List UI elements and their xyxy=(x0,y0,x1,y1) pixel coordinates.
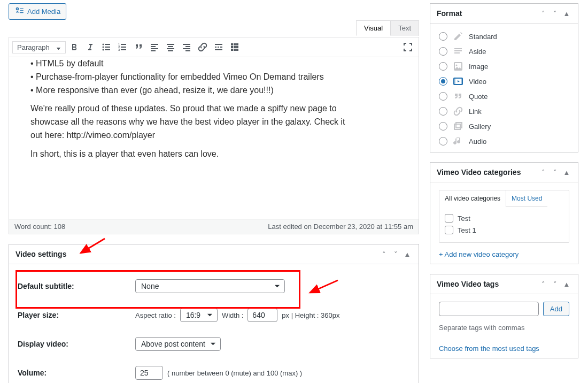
media-icon xyxy=(14,6,24,17)
bullet-list-button[interactable] xyxy=(99,40,114,55)
choose-tags-link[interactable]: Choose from the most used tags xyxy=(439,344,539,353)
svg-point-3 xyxy=(103,47,104,48)
format-option-gallery[interactable]: Gallery xyxy=(439,121,569,132)
panel-move-up-icon[interactable]: ˄ xyxy=(538,280,548,288)
svg-rect-22 xyxy=(183,44,190,45)
display-video-select[interactable]: Above post content xyxy=(135,337,221,351)
format-option-audio[interactable]: Audio xyxy=(439,136,569,147)
panel-move-up-icon[interactable]: ˄ xyxy=(379,250,389,258)
svg-rect-17 xyxy=(151,50,156,51)
svg-point-46 xyxy=(456,65,458,66)
radio-quote[interactable] xyxy=(439,92,447,101)
svg-rect-26 xyxy=(215,44,222,45)
category-item[interactable]: Test 1 xyxy=(445,224,563,236)
audio-icon xyxy=(453,136,463,147)
paragraph-select[interactable]: Paragraph xyxy=(12,41,66,53)
panel-move-up-icon[interactable]: ˄ xyxy=(538,168,548,177)
last-edited: Last edited on December 23, 2020 at 11:5… xyxy=(268,223,413,231)
panel-move-down-icon[interactable]: ˅ xyxy=(391,250,400,258)
category-checkbox[interactable] xyxy=(445,226,453,234)
panel-move-up-icon[interactable]: ˄ xyxy=(538,10,548,18)
tab-text[interactable]: Text xyxy=(390,20,419,36)
svg-rect-51 xyxy=(456,122,462,128)
svg-rect-23 xyxy=(185,46,190,47)
width-input[interactable] xyxy=(247,308,277,322)
category-item[interactable]: Test xyxy=(445,212,563,224)
height-text: px | Height : 360px xyxy=(282,311,339,319)
svg-rect-29 xyxy=(218,47,219,48)
editor-body[interactable]: • HTML5 by default • Purchase-from-playe… xyxy=(9,57,419,219)
svg-rect-11 xyxy=(121,44,126,45)
panel-collapse-icon[interactable]: ▲ xyxy=(562,168,571,177)
align-right-button[interactable] xyxy=(179,40,194,55)
svg-rect-36 xyxy=(236,46,238,48)
svg-rect-12 xyxy=(121,47,126,48)
tab-most-used[interactable]: Most Used xyxy=(506,190,547,207)
panel-move-down-icon[interactable]: ˅ xyxy=(550,10,560,18)
svg-rect-6 xyxy=(105,47,110,48)
radio-standard[interactable] xyxy=(439,32,447,41)
word-count: Word count: 108 xyxy=(14,223,65,231)
panel-collapse-icon[interactable]: ▲ xyxy=(562,280,571,288)
format-label: Video xyxy=(469,78,486,86)
svg-rect-43 xyxy=(454,50,462,51)
category-label: Test xyxy=(458,215,470,223)
link-icon xyxy=(453,106,463,117)
svg-rect-48 xyxy=(454,78,455,85)
radio-link[interactable] xyxy=(439,107,447,116)
radio-audio[interactable] xyxy=(439,137,447,145)
tab-visual[interactable]: Visual xyxy=(356,20,391,36)
format-label: Audio xyxy=(469,137,486,145)
tags-input[interactable] xyxy=(439,302,539,316)
add-tag-button[interactable]: Add xyxy=(543,302,569,316)
volume-input[interactable] xyxy=(135,366,163,380)
svg-rect-50 xyxy=(454,124,460,129)
format-option-aside[interactable]: Aside xyxy=(439,46,569,57)
format-option-quote[interactable]: Quote xyxy=(439,91,569,102)
player-size-label: Player size: xyxy=(18,311,135,319)
svg-rect-34 xyxy=(231,46,233,48)
radio-image[interactable] xyxy=(439,62,447,71)
add-media-button[interactable]: Add Media xyxy=(9,3,66,20)
panel-collapse-icon[interactable]: ▲ xyxy=(562,10,571,18)
panel-move-down-icon[interactable]: ˅ xyxy=(550,168,560,177)
radio-video[interactable] xyxy=(439,77,447,86)
format-option-standard[interactable]: Standard xyxy=(439,31,569,42)
display-video-label: Display video: xyxy=(18,340,135,348)
panel-collapse-icon[interactable]: ▲ xyxy=(403,250,412,258)
width-label: Width : xyxy=(222,311,243,319)
align-center-button[interactable] xyxy=(163,40,178,55)
svg-rect-20 xyxy=(167,48,174,49)
tags-hint: Separate tags with commas xyxy=(439,324,569,332)
radio-gallery[interactable] xyxy=(439,122,447,131)
add-category-link[interactable]: + Add new video category xyxy=(439,250,519,258)
svg-rect-14 xyxy=(151,44,158,45)
svg-rect-27 xyxy=(215,49,222,50)
fullscreen-button[interactable] xyxy=(400,40,415,55)
svg-rect-7 xyxy=(105,49,110,50)
svg-rect-25 xyxy=(185,50,190,51)
editor-line: • HTML5 by default xyxy=(30,57,407,71)
category-checkbox[interactable] xyxy=(445,214,453,223)
aspect-ratio-select[interactable]: 16:9 xyxy=(180,308,218,322)
format-option-link[interactable]: Link xyxy=(439,106,569,117)
italic-button[interactable] xyxy=(83,40,98,55)
radio-aside[interactable] xyxy=(439,47,447,56)
svg-rect-28 xyxy=(215,47,216,48)
blockquote-button[interactable] xyxy=(131,40,146,55)
align-left-button[interactable] xyxy=(147,40,162,55)
link-button[interactable] xyxy=(195,40,210,55)
svg-rect-31 xyxy=(231,43,233,45)
bold-button[interactable] xyxy=(67,40,82,55)
format-option-image[interactable]: Image xyxy=(439,61,569,72)
panel-move-down-icon[interactable]: ˅ xyxy=(550,280,560,288)
read-more-button[interactable] xyxy=(211,40,226,55)
default-subtitle-select[interactable]: None xyxy=(135,279,285,293)
svg-rect-15 xyxy=(151,46,156,47)
tab-all-categories[interactable]: All video categories xyxy=(439,190,506,207)
editor-toolbar: Paragraph 123 xyxy=(9,37,419,57)
toolbar-toggle-button[interactable] xyxy=(227,40,242,55)
format-label: Quote xyxy=(469,93,488,101)
numbered-list-button[interactable]: 123 xyxy=(115,40,130,55)
format-option-video[interactable]: Video xyxy=(439,76,569,87)
